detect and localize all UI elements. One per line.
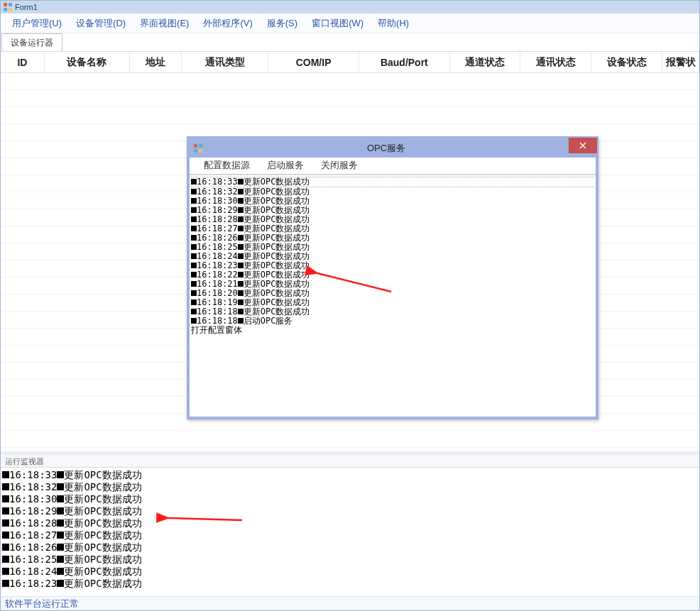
bullet-icon xyxy=(2,544,9,551)
dialog-menu-stop[interactable]: 关闭服务 xyxy=(312,158,366,174)
svg-rect-7 xyxy=(199,149,202,153)
bullet-icon xyxy=(57,568,64,575)
bullet-icon xyxy=(191,244,197,250)
svg-rect-0 xyxy=(4,3,7,6)
annotation-arrow-bottom xyxy=(164,510,249,529)
col-alarm[interactable]: 报警状 xyxy=(662,52,699,72)
svg-rect-3 xyxy=(9,8,12,11)
bullet-icon xyxy=(238,299,244,305)
col-commstat[interactable]: 通讯状态 xyxy=(520,52,591,72)
bullet-icon xyxy=(57,507,64,514)
bullet-icon xyxy=(2,507,9,514)
dialog-menu-datasource[interactable]: 配置数据源 xyxy=(195,158,258,174)
menu-window[interactable]: 窗口视图(W) xyxy=(305,14,371,33)
bullet-icon xyxy=(2,580,9,587)
bullet-icon xyxy=(191,281,197,287)
bullet-icon xyxy=(2,519,9,527)
log-row: 16:18:25更新OPC数据成功 xyxy=(2,554,699,566)
bullet-icon xyxy=(191,235,197,241)
dialog-title: OPC服务 xyxy=(205,142,596,155)
dialog-menu-start[interactable]: 启动服务 xyxy=(258,158,312,174)
svg-rect-5 xyxy=(199,144,202,148)
col-chanstat[interactable]: 通道状态 xyxy=(450,52,521,72)
dialog-app-icon xyxy=(194,144,202,153)
tab-device-runner[interactable]: 设备运行器 xyxy=(1,33,62,51)
log-row: 16:18:29更新OPC数据成功 xyxy=(2,505,699,517)
title-bar[interactable]: Form1 xyxy=(1,1,699,13)
svg-rect-1 xyxy=(9,3,12,6)
bullet-icon xyxy=(238,207,244,213)
bullet-icon xyxy=(238,216,244,222)
close-icon xyxy=(579,142,586,149)
col-address[interactable]: 地址 xyxy=(130,52,182,72)
menu-help[interactable]: 帮助(H) xyxy=(371,14,416,33)
bullet-icon xyxy=(57,519,64,527)
monitor-label: 运行监视器 xyxy=(1,455,699,468)
bullet-icon xyxy=(2,495,9,502)
bullet-icon xyxy=(191,253,197,259)
menu-external[interactable]: 外部程序(V) xyxy=(196,14,259,33)
col-commtype[interactable]: 通讯类型 xyxy=(182,52,268,72)
svg-line-11 xyxy=(168,518,242,520)
col-id[interactable]: ID xyxy=(1,52,45,72)
menu-view[interactable]: 界面视图(E) xyxy=(133,14,196,33)
main-window: Form1 用户管理(U) 设备管理(D) 界面视图(E) 外部程序(V) 服务… xyxy=(0,0,700,611)
log-row: 16:18:28更新OPC数据成功 xyxy=(2,517,699,529)
log-row: 打开配置窗体 xyxy=(191,326,594,335)
bullet-icon xyxy=(2,568,9,575)
bullet-icon xyxy=(191,272,197,277)
bullet-icon xyxy=(238,290,244,296)
dialog-close-button[interactable] xyxy=(569,138,597,153)
col-comip[interactable]: COM/IP xyxy=(268,52,359,72)
menu-user[interactable]: 用户管理(U) xyxy=(5,14,69,33)
col-devname[interactable]: 设备名称 xyxy=(45,52,130,72)
bullet-icon xyxy=(57,556,64,563)
bullet-icon xyxy=(57,483,64,490)
bullet-icon xyxy=(57,532,64,539)
log-row: 16:18:23更新OPC数据成功 xyxy=(2,578,699,590)
bullet-icon xyxy=(57,471,64,478)
log-row: 16:18:33更新OPC数据成功 xyxy=(2,469,699,481)
bullet-icon xyxy=(238,272,244,277)
bullet-icon xyxy=(238,226,244,231)
bullet-icon xyxy=(2,471,9,478)
bullet-icon xyxy=(191,263,197,268)
log-row: 16:18:24更新OPC数据成功 xyxy=(2,566,699,578)
bottom-panel: 运行监视器 16:18:33更新OPC数据成功16:18:32更新OPC数据成功… xyxy=(1,451,699,596)
bullet-icon xyxy=(191,216,197,222)
window-title: Form1 xyxy=(15,3,38,11)
bullet-icon xyxy=(238,179,244,185)
monitor-log[interactable]: 16:18:33更新OPC数据成功16:18:32更新OPC数据成功16:18:… xyxy=(1,468,699,596)
bullet-icon xyxy=(191,207,197,213)
col-devstat[interactable]: 设备状态 xyxy=(591,52,662,72)
bullet-icon xyxy=(238,281,244,287)
log-row: 16:18:33更新OPC数据成功 xyxy=(191,177,594,187)
bullet-icon xyxy=(191,179,197,185)
bullet-icon xyxy=(191,198,197,204)
col-baudport[interactable]: Baud/Port xyxy=(359,52,450,72)
dialog-title-bar[interactable]: OPC服务 xyxy=(190,139,596,158)
menu-service[interactable]: 服务(S) xyxy=(260,14,305,33)
menu-bar: 用户管理(U) 设备管理(D) 界面视图(E) 外部程序(V) 服务(S) 窗口… xyxy=(1,13,699,33)
dialog-menu: 配置数据源 启动服务 关闭服务 xyxy=(190,158,596,175)
log-row: 16:18:27更新OPC数据成功 xyxy=(2,529,699,541)
bullet-icon xyxy=(238,263,244,268)
bullet-icon xyxy=(2,483,9,490)
bullet-icon xyxy=(191,189,197,194)
bullet-icon xyxy=(191,226,197,231)
log-row: 16:18:32更新OPC数据成功 xyxy=(2,481,699,493)
log-row: 16:18:26更新OPC数据成功 xyxy=(2,541,699,554)
menu-device[interactable]: 设备管理(D) xyxy=(69,14,133,33)
log-row: 16:18:18启动OPC服务 xyxy=(191,316,594,326)
tab-strip: 设备运行器 xyxy=(1,33,699,52)
bullet-icon xyxy=(191,309,197,314)
bullet-icon xyxy=(57,544,64,551)
bullet-icon xyxy=(57,580,64,587)
bullet-icon xyxy=(191,299,197,305)
annotation-arrow-top xyxy=(313,269,398,299)
svg-rect-2 xyxy=(4,8,7,11)
bullet-icon xyxy=(238,189,244,194)
bullet-icon xyxy=(191,290,197,296)
grid-header: ID 设备名称 地址 通讯类型 COM/IP Baud/Port 通道状态 通讯… xyxy=(1,52,699,73)
bullet-icon xyxy=(191,318,197,324)
